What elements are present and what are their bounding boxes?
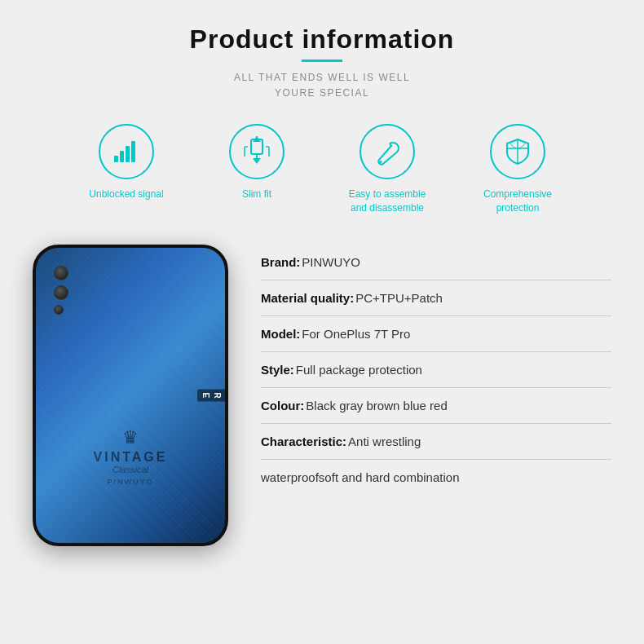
specs-table: Brand: PINWUYO Material quality: PC+TPU+… (261, 245, 611, 495)
spec-row-model: Model: For OnePlus 7T Pro (261, 316, 611, 352)
easy-assemble-label: Easy to assemble and disassemble (342, 187, 432, 215)
camera-lens-3 (54, 305, 64, 315)
spec-label-brand: Brand: (261, 255, 300, 269)
slim-fit-icon-wrap (229, 124, 285, 179)
wrench-icon (372, 136, 403, 167)
title-underline (302, 60, 342, 62)
slim-fit-label: Slim fit (242, 187, 271, 201)
phone-side-label: R E (197, 389, 225, 401)
spec-value-characteristic: Anti wrestling (348, 434, 421, 448)
spec-row-colour: Colour: Black gray brown blue red (261, 388, 611, 424)
phone-image: ♛ VINTAGE Classical PINWUYO R E (33, 245, 228, 546)
spec-label-style: Style: (261, 363, 294, 377)
spec-label-material: Material quality: (261, 291, 354, 305)
spec-value-colour: Black gray brown blue red (306, 399, 447, 412)
svg-rect-3 (131, 141, 135, 162)
features-row: Unblocked signal Slim fit (82, 124, 562, 215)
classical-text: Classical (94, 465, 168, 474)
feature-unblocked-signal: Unblocked signal (82, 124, 171, 215)
spec-value-model: For OnePlus 7T Pro (302, 327, 410, 341)
spec-row-brand: Brand: PINWUYO (261, 245, 611, 280)
spec-label-characteristic: Characteristic: (261, 434, 346, 448)
feature-easy-assemble: Easy to assemble and disassemble (342, 124, 432, 215)
pinwuyo-text: PINWUYO (94, 478, 168, 486)
product-section: ♛ VINTAGE Classical PINWUYO R E Brand: P… (33, 245, 611, 546)
page-title: Product information (190, 24, 455, 55)
unblocked-signal-label: Unblocked signal (89, 187, 163, 201)
camera-lens-2 (54, 285, 68, 300)
spec-value-brand: PINWUYO (302, 255, 360, 269)
comprehensive-protection-label: Comprehensive protection (473, 187, 562, 215)
camera-lens-1 (54, 266, 68, 280)
crown-icon: ♛ (94, 427, 168, 448)
easy-assemble-icon-wrap (359, 124, 415, 179)
svg-marker-6 (253, 158, 261, 164)
feature-comprehensive-protection: Comprehensive protection (473, 124, 562, 215)
spec-label-colour: Colour: (261, 399, 304, 412)
unblocked-signal-icon-wrap (99, 124, 154, 179)
phone-logo-area: ♛ VINTAGE Classical PINWUYO (94, 427, 168, 486)
shield-icon (502, 136, 533, 167)
spec-row-extra: waterproofsoft and hard combination (261, 460, 611, 495)
spec-value-material: PC+TPU+Patch (355, 291, 443, 305)
slim-icon (241, 136, 272, 167)
spec-row-characteristic: Characteristic: Anti wrestling (261, 424, 611, 460)
spec-label-model: Model: (261, 327, 300, 341)
comprehensive-protection-icon-wrap (490, 124, 545, 179)
vintage-text: VINTAGE (94, 450, 168, 465)
svg-point-11 (380, 161, 382, 163)
svg-rect-0 (114, 156, 118, 162)
spec-row-style: Style: Full package protection (261, 352, 611, 388)
signal-icon (111, 136, 142, 167)
phone-camera (54, 266, 68, 315)
feature-slim-fit: Slim fit (212, 124, 302, 215)
page-container: Product information ALL THAT ENDS WELL I… (0, 0, 644, 644)
spec-value-extra: waterproofsoft and hard combination (261, 470, 459, 484)
svg-rect-1 (120, 151, 124, 162)
spec-value-style: Full package protection (296, 363, 422, 377)
subtitle: ALL THAT ENDS WELL IS WELL YOURE SPECIAL (234, 70, 410, 101)
svg-rect-2 (126, 146, 130, 162)
spec-row-material: Material quality: PC+TPU+Patch (261, 280, 611, 316)
